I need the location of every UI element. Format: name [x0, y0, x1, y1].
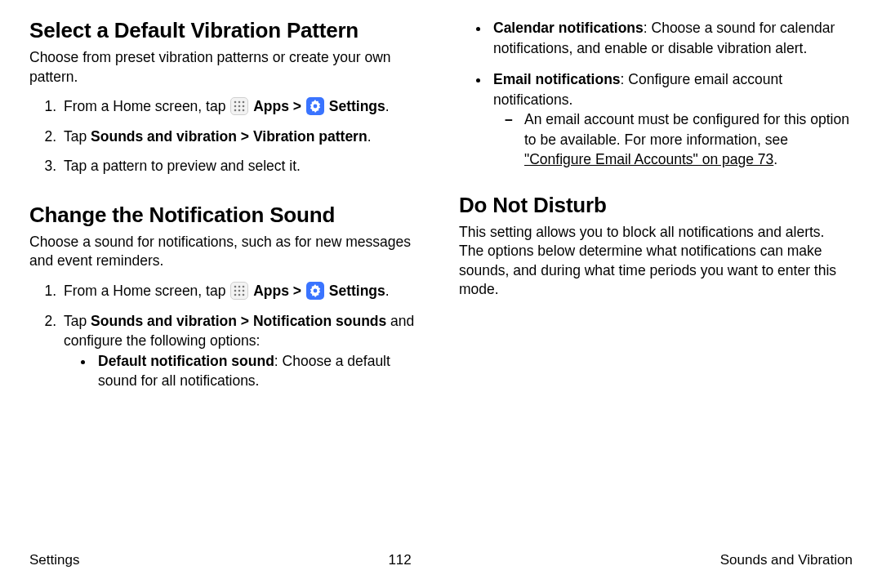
text: From a Home screen, tap	[64, 98, 229, 114]
svg-point-6	[234, 109, 237, 112]
steps-vibration: From a Home screen, tap Apps > Settings.…	[29, 96, 423, 176]
apps-label: Apps	[253, 98, 289, 114]
svg-point-0	[234, 101, 237, 104]
cross-reference-link[interactable]: "Configure Email Accounts" on page 73	[524, 151, 773, 167]
svg-point-1	[238, 101, 241, 104]
list-item: Email notifications: Configure email acc…	[490, 69, 853, 170]
svg-point-16	[234, 294, 237, 296]
svg-point-17	[238, 294, 241, 296]
step: From a Home screen, tap Apps > Settings.	[60, 281, 423, 301]
svg-point-12	[243, 286, 245, 288]
bullet-label: Calendar notifications	[493, 20, 644, 36]
svg-point-18	[243, 294, 245, 296]
step: From a Home screen, tap Apps > Settings.	[60, 96, 423, 117]
text: .	[385, 98, 390, 114]
text: .	[368, 128, 372, 145]
list-item: Calendar notifications: Choose a sound f…	[490, 18, 853, 58]
chevron: >	[289, 98, 305, 114]
text: An email account must be configured for …	[524, 111, 849, 148]
step: Tap Sounds and vibration > Notification …	[60, 311, 423, 391]
text: .	[385, 283, 390, 299]
sub-bullets: Default notification sound: Choose a def…	[64, 351, 423, 391]
svg-point-2	[243, 101, 245, 104]
list-item: Default notification sound: Choose a def…	[95, 351, 423, 391]
svg-point-19	[313, 289, 317, 293]
dash-list: An email account must be configured for …	[493, 109, 853, 170]
intro-do-not-disturb: This setting allows you to block all not…	[459, 223, 853, 301]
list-item: An email account must be configured for …	[521, 109, 853, 170]
settings-label: Settings	[329, 283, 385, 299]
page-footer: Settings 112 Sounds and Vibration	[29, 552, 853, 568]
chevron: >	[289, 283, 305, 299]
footer-page-number: 112	[388, 552, 411, 568]
footer-left: Settings	[29, 552, 79, 568]
text: Tap	[64, 128, 91, 145]
bold-path: Sounds and vibration > Vibration pattern	[91, 128, 368, 145]
intro-vibration-pattern: Choose from preset vibration patterns or…	[29, 48, 423, 87]
svg-point-8	[243, 109, 245, 112]
text: .	[773, 151, 777, 167]
left-column: Select a Default Vibration Pattern Choos…	[29, 18, 423, 541]
bullet-label: Email notifications	[493, 71, 621, 87]
apps-icon	[230, 97, 248, 115]
steps-notification: From a Home screen, tap Apps > Settings.…	[29, 281, 423, 391]
settings-label: Settings	[329, 98, 385, 114]
content-columns: Select a Default Vibration Pattern Choos…	[29, 18, 853, 541]
apps-label: Apps	[253, 283, 289, 299]
svg-point-9	[313, 105, 317, 109]
footer-right: Sounds and Vibration	[720, 552, 853, 568]
text: From a Home screen, tap	[64, 283, 229, 299]
bullet-label: Default notification sound	[98, 353, 274, 369]
heading-do-not-disturb: Do Not Disturb	[459, 193, 853, 218]
continued-bullets: Calendar notifications: Choose a sound f…	[459, 18, 853, 170]
svg-point-10	[234, 286, 237, 288]
svg-point-4	[238, 105, 241, 108]
text: Tap	[64, 313, 91, 329]
text: Tap a pattern to preview and select it.	[64, 158, 301, 174]
heading-notification-sound: Change the Notification Sound	[29, 203, 423, 228]
apps-icon	[230, 282, 248, 300]
settings-icon	[306, 97, 324, 115]
svg-point-13	[234, 290, 237, 292]
svg-point-15	[243, 290, 245, 292]
svg-point-7	[238, 109, 241, 112]
right-column: Calendar notifications: Choose a sound f…	[459, 18, 853, 541]
intro-notification-sound: Choose a sound for notifications, such a…	[29, 233, 423, 271]
svg-point-5	[243, 105, 245, 108]
step: Tap a pattern to preview and select it.	[60, 156, 423, 176]
heading-vibration-pattern: Select a Default Vibration Pattern	[29, 18, 423, 43]
bold-path: Sounds and vibration > Notification soun…	[91, 313, 386, 329]
svg-point-3	[234, 105, 237, 108]
svg-point-14	[238, 290, 241, 292]
svg-point-11	[238, 286, 241, 288]
step: Tap Sounds and vibration > Vibration pat…	[60, 127, 423, 147]
settings-icon	[306, 282, 324, 300]
